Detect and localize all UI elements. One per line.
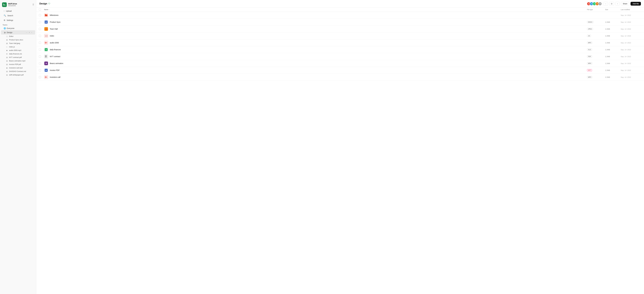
header-last-modified[interactable]: Last modified bbox=[621, 9, 642, 11]
table-row[interactable]: Beanz animation MP4 2.2MB Sep. 14 2022 bbox=[36, 60, 644, 67]
row-checkbox[interactable] bbox=[39, 76, 41, 78]
sub-item-product-sync[interactable]: ▤ Product Sync.docx bbox=[2, 38, 35, 42]
table-row[interactable]: audio-2093 MP3 2.2MB Sep. 14 2022 bbox=[36, 39, 644, 46]
sub-item-invoice[interactable]: ▤ Invoice PDF.pdf bbox=[2, 63, 35, 66]
folder-title: Design bbox=[40, 2, 47, 5]
date-year: 2022 bbox=[627, 62, 631, 64]
table-row[interactable]: investors-call MP3 2.2MB Sep. 14 2022 bbox=[36, 74, 644, 81]
file-name: Milestones bbox=[50, 14, 58, 16]
brand-logo bbox=[2, 2, 7, 7]
table-row[interactable]: W Invoice PDF NFT 2.2MB Sep. 14 2022 bbox=[36, 67, 644, 74]
svg-rect-2 bbox=[5, 5, 5, 6]
sub-item-beanz[interactable]: ▤ Beanz animation.mp4 bbox=[2, 59, 35, 63]
pdf-icon: ▤ bbox=[6, 57, 8, 58]
header-file-type[interactable]: File type bbox=[587, 9, 605, 11]
row-type-cell: XLS bbox=[587, 48, 605, 51]
table-row[interactable]: X daily-finances XLS 2.2MB Sep. 14 2022 bbox=[36, 46, 644, 53]
folder-action-button[interactable]: ⊡ bbox=[609, 2, 614, 6]
name-col-label: Name bbox=[44, 9, 48, 11]
row-size-cell: 2.2MB bbox=[605, 49, 621, 51]
file-table: Name ↑ File type Size Last modified Mile bbox=[36, 8, 644, 294]
row-checkbox[interactable] bbox=[39, 28, 41, 30]
row-checkbox-cell bbox=[39, 21, 44, 23]
type-badge: JPEG bbox=[587, 28, 593, 30]
row-checkbox[interactable] bbox=[39, 35, 41, 37]
sidebar-menu-icon[interactable]: ⠿ bbox=[32, 3, 34, 6]
brand-name: Skiff Drive bbox=[8, 3, 17, 5]
search-icon: 🔍 bbox=[4, 15, 6, 17]
table-row[interactable]: Town Hall JPEG 2.2MB Sep. 14 2022 bbox=[36, 26, 644, 33]
spreadsheet-icon: ⊞ bbox=[6, 53, 8, 55]
audio-icon: ◉ bbox=[6, 50, 8, 51]
sub-item-editor[interactable]: ▢ Editor bbox=[2, 35, 35, 38]
select-all-checkbox[interactable] bbox=[39, 9, 41, 11]
row-checkbox[interactable] bbox=[39, 55, 41, 58]
upload-button[interactable]: ↑ Upload bbox=[1, 9, 35, 13]
upload-action-button[interactable]: ↑ bbox=[615, 2, 620, 6]
table-row[interactable]: W Product Sync DOCX 2.2MB Sep. 14 2022 bbox=[36, 19, 644, 26]
design-add-button[interactable]: + bbox=[28, 31, 30, 34]
size-col-label: Size bbox=[605, 9, 608, 11]
row-checkbox-cell bbox=[39, 28, 44, 30]
sub-item-whitepaper[interactable]: ▤ skiff-whitepaper.pdf bbox=[2, 73, 35, 77]
sub-item-label: Beanz animation.mp4 bbox=[9, 60, 26, 62]
table-row[interactable]: Milestones Sep. 14 2022 bbox=[36, 12, 644, 19]
row-checkbox[interactable] bbox=[39, 69, 41, 71]
pdf2-icon: ▤ bbox=[6, 74, 8, 76]
shield-icon: 🛡 bbox=[48, 3, 50, 5]
row-type-cell: JS bbox=[587, 35, 605, 37]
row-type-cell: MP3 bbox=[587, 42, 605, 44]
design-expand-button[interactable]: › bbox=[31, 31, 32, 34]
brand-sub: VectorDAO bbox=[8, 5, 17, 7]
date-year: 2022 bbox=[627, 56, 631, 58]
design-more-button[interactable]: ··· bbox=[26, 31, 28, 34]
row-checkbox[interactable] bbox=[39, 62, 41, 64]
sub-item-label: Town Hall.jpeg bbox=[9, 42, 20, 44]
share-button[interactable]: Share bbox=[621, 2, 629, 6]
date-year: 2022 bbox=[627, 21, 631, 23]
svg-rect-26 bbox=[46, 77, 46, 78]
table-row[interactable]: </> index JS 2.2MB Sep. 14 2022 bbox=[36, 33, 644, 39]
row-name-cell: audio-2093 bbox=[44, 41, 587, 45]
header-right: S K I F +2 ··· ⊡ ↑ Share Add file bbox=[587, 2, 641, 6]
sidebar-item-design[interactable]: ◑ Design ··· + › bbox=[1, 30, 35, 35]
sub-item-audio[interactable]: ◉ audio-2093.mp3 bbox=[2, 49, 35, 52]
date-day: Sep. 14 bbox=[621, 35, 626, 37]
svg-rect-25 bbox=[46, 76, 46, 78]
sidebar-item-everyone[interactable]: 🌐 Everyone bbox=[1, 26, 35, 30]
row-checkbox[interactable] bbox=[39, 49, 41, 51]
sub-item-label: investors-call.mp3 bbox=[9, 67, 23, 69]
add-file-button[interactable]: Add file bbox=[630, 2, 641, 6]
more-icon: ··· bbox=[605, 3, 606, 5]
sub-item-label: skiff-whitepaper.pdf bbox=[9, 74, 24, 76]
row-checkbox[interactable] bbox=[39, 14, 41, 16]
row-date-cell: Sep. 14 2022 bbox=[621, 42, 642, 44]
avatar-group: S K I F +2 bbox=[587, 2, 602, 6]
date-day: Sep. 14 bbox=[621, 56, 626, 58]
type-badge: JS bbox=[587, 35, 591, 37]
file-name: index bbox=[50, 35, 54, 37]
sub-item-daodao[interactable]: ▤ DAODAO Contract.md bbox=[2, 70, 35, 73]
table-body: Milestones Sep. 14 2022 W Product Sync D… bbox=[36, 12, 644, 81]
sub-item-index[interactable]: ◇ index.js bbox=[2, 45, 35, 49]
sub-item-nyt[interactable]: ▤ NYT contract.pdf bbox=[2, 56, 35, 59]
table-row[interactable]: NYT contract PDF 2.2MB Sep. 14 2022 bbox=[36, 53, 644, 60]
settings-button[interactable]: ⚙ Settings bbox=[1, 18, 35, 23]
image-icon: ▨ bbox=[6, 43, 8, 44]
header-name[interactable]: Name ↑ bbox=[44, 9, 587, 11]
sub-item-label: daily-finances.xls bbox=[9, 53, 22, 55]
row-date-cell: Sep. 14 2022 bbox=[621, 56, 642, 58]
date-year: 2022 bbox=[627, 42, 631, 44]
row-checkbox[interactable] bbox=[39, 21, 41, 23]
type-badge: NFT bbox=[587, 69, 592, 71]
audio2-icon: ◉ bbox=[6, 67, 8, 69]
sub-item-investors[interactable]: ◉ investors-call.mp3 bbox=[2, 66, 35, 70]
sub-item-finances[interactable]: ⊞ daily-finances.xls bbox=[2, 52, 35, 56]
header-size[interactable]: Size bbox=[605, 9, 621, 11]
settings-icon: ⚙ bbox=[4, 19, 5, 22]
sub-item-town-hall[interactable]: ▨ Town Hall.jpeg bbox=[2, 42, 35, 45]
date-year: 2022 bbox=[627, 49, 631, 51]
more-options-button[interactable]: ··· bbox=[603, 2, 608, 6]
row-checkbox[interactable] bbox=[39, 42, 41, 44]
search-button[interactable]: 🔍 Search bbox=[1, 13, 35, 18]
